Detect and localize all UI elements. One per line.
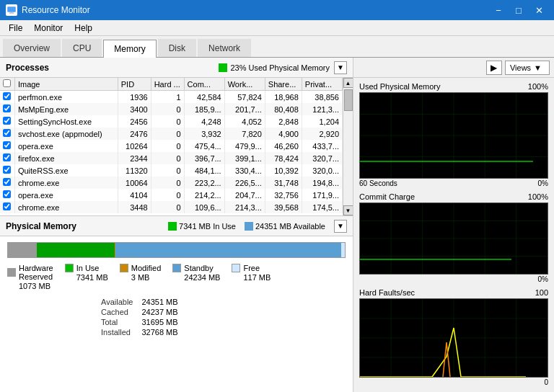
row-checkbox[interactable] (3, 166, 11, 174)
row-checkbox[interactable] (3, 129, 11, 137)
select-all-checkbox[interactable] (3, 79, 11, 87)
row-checkbox[interactable] (3, 104, 11, 112)
col-header-priv[interactable]: Privat... (302, 78, 342, 91)
tab-disk[interactable]: Disk (158, 39, 196, 57)
chart-time-left-1: 60 Seconds (359, 179, 397, 187)
minimize-button[interactable]: − (489, 3, 508, 17)
processes-expand-btn[interactable]: ▼ (334, 61, 347, 74)
stat-value-installed: 32768 MB (141, 328, 177, 337)
chart-canvas-2 (359, 202, 548, 275)
stat-label-cached: Cached (101, 308, 133, 316)
chart-pct-3: 100 (535, 288, 548, 297)
chart-title-1: Used Physical Memory (359, 82, 440, 91)
col-header-image[interactable]: Image (14, 78, 118, 91)
chart-time-row-2: 0% (356, 275, 551, 284)
physical-memory-section: Physical Memory 7341 MB In Use 24351 MB … (0, 216, 353, 392)
row-image: opera.exe (14, 189, 118, 201)
table-row[interactable]: chrome.exe 10064 0 223,2... 226,5... 31,… (0, 177, 343, 189)
scroll-thumb[interactable] (344, 89, 353, 111)
table-row[interactable]: chrome.exe 3448 0 109,6... 214,3... 39,5… (0, 201, 343, 213)
row-share: 32,756 (265, 189, 302, 201)
legend-hw-icon (7, 268, 16, 277)
tab-network[interactable]: Network (198, 39, 251, 57)
chart-pct-bottom-2: 0% (538, 275, 548, 283)
process-scrollbar[interactable]: ▲ ▼ (343, 78, 353, 215)
table-row[interactable]: firefox.exe 2344 0 396,7... 399,1... 78,… (0, 152, 343, 164)
row-hard: 0 (151, 140, 184, 152)
row-priv: 433,7... (302, 140, 342, 152)
legend-standby-label: Standby (184, 264, 213, 272)
row-work: 214,3... (224, 201, 265, 213)
row-pid: 3400 (118, 103, 151, 115)
row-checkbox[interactable] (3, 178, 11, 186)
chart-pct-bottom-1: 0% (538, 179, 548, 187)
inuse-badge-icon (168, 222, 177, 231)
row-image: SettingSyncHost.exe (14, 115, 118, 128)
right-nav-prev[interactable]: ▶ (486, 61, 502, 75)
stat-value-available: 24351 MB (141, 298, 177, 306)
legend-inuse: In Use 7341 MB (65, 264, 108, 290)
maximize-button[interactable]: □ (509, 3, 528, 17)
table-row[interactable]: perfmon.exe 1936 1 42,584 57,824 18,968 … (0, 91, 343, 104)
col-header-com[interactable]: Com... (184, 78, 224, 91)
row-share: 78,424 (265, 152, 302, 164)
row-share: 31,748 (265, 177, 302, 189)
legend-standby-value: 24234 MB (172, 273, 220, 282)
row-image: firefox.exe (14, 152, 118, 164)
menu-monitor[interactable]: Monitor (28, 22, 69, 35)
col-header-share[interactable]: Share... (265, 78, 302, 91)
scroll-up-arrow[interactable]: ▲ (343, 78, 353, 88)
phys-mem-expand-btn[interactable]: ▼ (334, 220, 347, 233)
tab-cpu[interactable]: CPU (62, 39, 102, 57)
row-com: 185,9... (184, 103, 224, 115)
row-hard: 0 (151, 164, 184, 177)
row-pid: 2456 (118, 115, 151, 128)
col-header-work[interactable]: Work... (224, 78, 265, 91)
process-table-container: Image PID Hard ... Com... Work... Share.… (0, 78, 353, 216)
legend-hw: HardwareReserved 1073 MB (7, 264, 53, 290)
legend-modified: Modified 3 MB (120, 264, 162, 290)
col-header-check[interactable] (0, 78, 14, 91)
row-com: 475,4... (184, 140, 224, 152)
row-checkbox[interactable] (3, 190, 11, 198)
chart-svg-1 (360, 93, 548, 178)
col-header-hard[interactable]: Hard ... (151, 78, 184, 91)
table-row[interactable]: opera.exe 4104 0 214,2... 204,7... 32,75… (0, 189, 343, 201)
legend-row: HardwareReserved 1073 MB In Use 7341 MB … (0, 261, 353, 293)
table-row[interactable]: svchost.exe (appmodel) 2476 0 3,932 7,82… (0, 128, 343, 140)
row-hard: 0 (151, 115, 184, 128)
row-share: 2,848 (265, 115, 302, 128)
inuse-badge: 7341 MB In Use (168, 222, 236, 231)
views-button[interactable]: Views ▼ (505, 61, 550, 75)
scroll-down-arrow[interactable]: ▼ (343, 205, 353, 215)
tab-overview[interactable]: Overview (3, 39, 61, 57)
row-checkbox[interactable] (3, 92, 11, 100)
row-com: 223,2... (184, 177, 224, 189)
mem-usage-text: 23% Used Physical Memory (230, 63, 330, 72)
chart-title-row-1: Used Physical Memory 100% (356, 81, 551, 92)
tab-memory[interactable]: Memory (103, 40, 156, 58)
row-hard: 0 (151, 201, 184, 213)
row-com: 42,584 (184, 91, 224, 104)
table-row[interactable]: QuiteRSS.exe 11320 0 484,1... 330,4... 1… (0, 164, 343, 177)
chart-hard-faults: Hard Faults/sec 100 (356, 287, 551, 387)
table-row[interactable]: MsMpEng.exe 3400 0 185,9... 201,7... 80,… (0, 103, 343, 115)
legend-free-label: Free (243, 264, 260, 272)
legend-standby-icon (172, 264, 181, 272)
table-row[interactable]: opera.exe 10264 0 475,4... 479,9... 46,2… (0, 140, 343, 152)
legend-hw-label: HardwareReserved (19, 264, 53, 281)
col-header-pid[interactable]: PID (118, 78, 151, 91)
row-hard: 0 (151, 177, 184, 189)
row-checkbox[interactable] (3, 202, 11, 210)
close-button[interactable]: ✕ (529, 3, 548, 17)
row-work: 57,824 (224, 91, 265, 104)
table-row[interactable]: SettingSyncHost.exe 2456 0 4,248 4,052 2… (0, 115, 343, 128)
row-checkbox[interactable] (3, 141, 11, 149)
row-work: 330,4... (224, 164, 265, 177)
menu-help[interactable]: Help (69, 22, 98, 35)
row-checkbox[interactable] (3, 117, 11, 125)
row-checkbox[interactable] (3, 153, 11, 161)
menu-file[interactable]: File (3, 22, 28, 35)
row-image: QuiteRSS.exe (14, 164, 118, 177)
row-share: 39,568 (265, 201, 302, 213)
